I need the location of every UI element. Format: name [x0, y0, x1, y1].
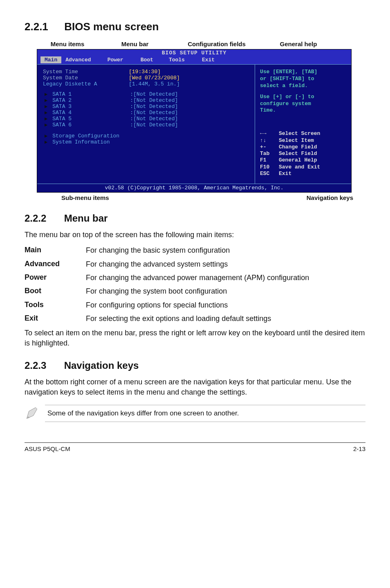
- heading-221: 2.2.1 BIOS menu screen: [25, 20, 365, 33]
- triangle-icon: ▶: [45, 116, 47, 122]
- label-legacy-diskette: Legacy Diskette A: [43, 81, 129, 87]
- triangle-icon: ▶: [45, 91, 47, 97]
- page-footer: ASUS P5QL-CM 2-13: [25, 442, 365, 452]
- table-row: AdvancedFor changing the advanced system…: [25, 260, 365, 269]
- field-system-time[interactable]: System Time [19:34:30]: [43, 69, 249, 75]
- note-text: Some of the navigation keys differ from …: [45, 405, 365, 422]
- annotation-row-bottom: Sub-menu items Navigation keys: [49, 194, 361, 201]
- field-system-date[interactable]: System Date [Wed 07/23/2008]: [43, 75, 249, 81]
- sec-title-223: Navigation keys: [64, 360, 139, 371]
- heading-223: 2.2.3 Navigation keys: [25, 360, 365, 371]
- submenu-list: ▶Storage Configuration ▶System Informati…: [43, 133, 249, 145]
- triangle-icon: ▶: [45, 139, 47, 145]
- table-row: BootFor changing the system boot configu…: [25, 287, 365, 296]
- tab-main[interactable]: Main: [40, 56, 61, 63]
- heading-222: 2.2.2 Menu bar: [25, 213, 365, 224]
- table-row: ToolsFor configuring options for special…: [25, 301, 365, 310]
- tab-advanced[interactable]: Advanced: [61, 56, 95, 63]
- bios-title: BIOS SETUP UTILITY: [37, 49, 351, 56]
- intro-222: The menu bar on top of the screen has th…: [25, 230, 365, 240]
- sata-row[interactable]: ▶SATA 2:[Not Detected]: [43, 97, 249, 103]
- sata-row[interactable]: ▶SATA 5:[Not Detected]: [43, 116, 249, 122]
- triangle-icon: ▶: [45, 122, 47, 128]
- bios-screen: BIOS SETUP UTILITY Main Advanced Power B…: [37, 49, 352, 193]
- label-nav-keys: Navigation keys: [213, 194, 361, 201]
- triangle-icon: ▶: [45, 133, 47, 139]
- menubar-items-table: MainFor changing the basic system config…: [25, 246, 365, 323]
- sec-num-223: 2.2.3: [25, 360, 61, 371]
- label-system-time: System Time: [43, 69, 129, 75]
- nav-keys-block: ←→Select Screen ↑↓Select Item +-Change F…: [260, 130, 347, 177]
- pencil-icon: [25, 406, 39, 421]
- footer-left: ASUS P5QL-CM: [25, 445, 70, 452]
- triangle-icon: ▶: [45, 110, 47, 116]
- submenu-storage-config[interactable]: ▶Storage Configuration: [43, 133, 249, 139]
- table-row: PowerFor changing the advanced power man…: [25, 273, 365, 283]
- bios-right-pane: Use [ENTER], [TAB] or [SHIFT-TAB] to sel…: [255, 64, 351, 184]
- annotation-row-top: Menu items Menu bar Configuration fields…: [37, 40, 361, 47]
- sata-row[interactable]: ▶SATA 3:[Not Detected]: [43, 103, 249, 110]
- value-system-time: [19:34:30]: [129, 69, 161, 75]
- sata-list: ▶SATA 1:[Not Detected] ▶SATA 2:[Not Dete…: [43, 91, 249, 128]
- tab-boot[interactable]: Boot: [137, 56, 157, 63]
- triangle-icon: ▶: [45, 103, 47, 110]
- value-legacy-diskette: [1.44M, 3.5 in.]: [129, 81, 180, 87]
- bios-footer: v02.58 (C)Copyright 1985-2008, American …: [37, 184, 351, 192]
- bios-left-pane: System Time [19:34:30] System Date [Wed …: [37, 64, 255, 184]
- sec-title-222: Menu bar: [64, 213, 108, 224]
- sec-num-221: 2.2.1: [25, 20, 61, 33]
- bios-menu-bar: Main Advanced Power Boot Tools Exit: [37, 56, 351, 64]
- label-config-fields: Configuration fields: [172, 40, 262, 47]
- submenu-system-info[interactable]: ▶System Information: [43, 139, 249, 145]
- sata-row[interactable]: ▶SATA 4:[Not Detected]: [43, 110, 249, 116]
- sec-num-222: 2.2.2: [25, 213, 61, 224]
- sec-title-221: BIOS menu screen: [64, 20, 159, 33]
- body-223: At the bottom right corner of a menu scr…: [25, 377, 365, 397]
- table-row: MainFor changing the basic system config…: [25, 246, 365, 255]
- sata-row[interactable]: ▶SATA 6:[Not Detected]: [43, 122, 249, 128]
- footer-right: 2-13: [353, 445, 365, 452]
- note-row: Some of the navigation keys differ from …: [25, 405, 365, 422]
- tab-power[interactable]: Power: [103, 56, 128, 63]
- label-menu-items: Menu items: [37, 40, 98, 47]
- triangle-icon: ▶: [45, 97, 47, 103]
- label-menu-bar: Menu bar: [98, 40, 172, 47]
- tab-exit[interactable]: Exit: [198, 56, 219, 63]
- field-legacy-diskette[interactable]: Legacy Diskette A [1.44M, 3.5 in.]: [43, 81, 249, 87]
- sata-row[interactable]: ▶SATA 1:[Not Detected]: [43, 91, 249, 97]
- label-submenu-items: Sub-menu items: [49, 194, 213, 201]
- outro-222: To select an item on the menu bar, press…: [25, 328, 365, 348]
- table-row: ExitFor selecting the exit options and l…: [25, 314, 365, 323]
- tab-tools[interactable]: Tools: [165, 56, 189, 63]
- help-text: Use [ENTER], [TAB] or [SHIFT-TAB] to sel…: [260, 69, 347, 114]
- value-system-date: [Wed 07/23/2008]: [129, 75, 180, 81]
- label-general-help: General help: [262, 40, 335, 47]
- label-system-date: System Date: [43, 75, 129, 81]
